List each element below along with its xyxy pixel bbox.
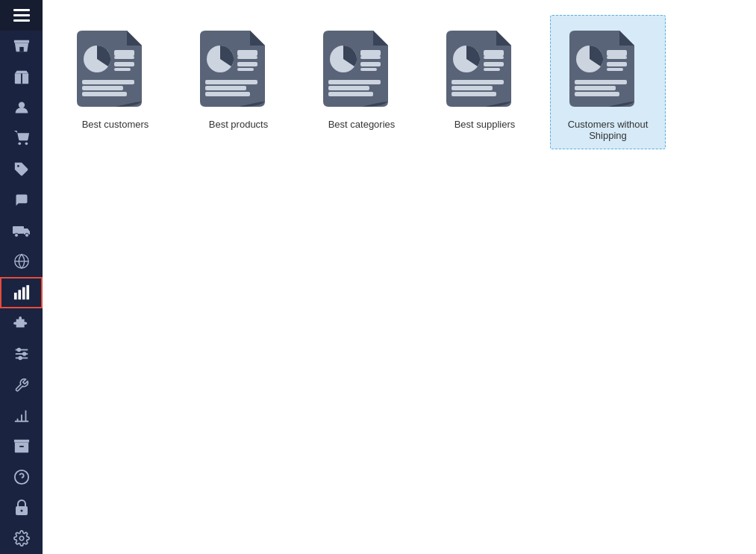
sidebar-item-parameters[interactable]	[0, 339, 43, 370]
report-icon-wrapper-best-suppliers	[440, 23, 530, 113]
svg-rect-45	[237, 50, 257, 56]
report-item-best-categories[interactable]: Best categories	[304, 15, 419, 149]
report-label-best-categories: Best categories	[328, 119, 396, 130]
svg-rect-66	[452, 86, 493, 90]
report-item-best-suppliers[interactable]: Best suppliers	[427, 15, 543, 149]
svg-rect-0	[13, 9, 30, 11]
report-icon-best-categories	[317, 23, 399, 113]
report-icon-best-products	[194, 23, 276, 113]
report-icon-wrapper-best-categories	[317, 23, 407, 113]
report-icon-best-customers	[71, 23, 153, 113]
svg-rect-16	[18, 290, 21, 299]
svg-point-6	[18, 102, 24, 108]
svg-rect-10	[13, 226, 24, 234]
svg-rect-69	[607, 50, 627, 56]
sidebar-item-stock[interactable]	[0, 431, 43, 461]
report-item-customers-without-shipping[interactable]: Customers without Shipping	[550, 15, 666, 149]
svg-rect-53	[360, 50, 381, 56]
svg-rect-57	[328, 80, 381, 84]
svg-rect-2	[13, 19, 30, 22]
svg-rect-74	[575, 86, 616, 90]
sidebar-item-hamburger[interactable]	[0, 0, 43, 31]
svg-rect-61	[484, 50, 504, 56]
report-icon-wrapper-best-customers	[71, 23, 160, 113]
svg-rect-3	[19, 47, 24, 52]
svg-point-35	[19, 537, 24, 541]
svg-rect-58	[328, 86, 369, 90]
report-icon-customers-without-shipping	[563, 23, 646, 113]
sidebar-item-advanced[interactable]	[0, 370, 43, 400]
svg-rect-43	[82, 92, 127, 96]
svg-rect-63	[484, 62, 504, 66]
sidebar-item-modules[interactable]	[0, 308, 43, 339]
svg-rect-46	[237, 56, 257, 59]
svg-rect-40	[114, 68, 131, 71]
sidebar	[0, 0, 43, 554]
report-label-best-products: Best products	[209, 119, 269, 130]
sidebar-item-orders[interactable]	[0, 61, 43, 92]
svg-rect-59	[328, 92, 373, 96]
svg-rect-55	[360, 62, 381, 66]
sidebar-item-catalog[interactable]	[0, 123, 43, 154]
sidebar-item-international[interactable]	[0, 246, 43, 277]
sidebar-item-messages[interactable]	[0, 184, 43, 215]
svg-rect-72	[607, 68, 623, 71]
svg-rect-65	[452, 80, 504, 84]
svg-rect-38	[114, 56, 134, 59]
report-grid: Best customersBest productsBest categori…	[57, 15, 741, 149]
svg-rect-37	[114, 50, 134, 56]
svg-point-24	[19, 357, 22, 360]
report-icon-wrapper-best-products	[194, 23, 284, 113]
svg-rect-48	[237, 68, 254, 71]
main-content: Best customersBest productsBest categori…	[43, 0, 756, 554]
svg-rect-64	[484, 68, 500, 71]
svg-rect-17	[22, 287, 25, 299]
svg-point-12	[25, 233, 28, 237]
sidebar-item-reporting[interactable]	[0, 400, 43, 431]
sidebar-item-promotions[interactable]	[0, 154, 43, 184]
svg-point-8	[25, 143, 28, 146]
report-label-best-customers: Best customers	[82, 119, 149, 130]
svg-point-34	[20, 510, 22, 512]
svg-rect-41	[82, 80, 134, 84]
sidebar-item-help[interactable]	[0, 462, 43, 493]
svg-rect-18	[26, 285, 29, 299]
svg-rect-39	[114, 62, 134, 66]
sidebar-item-store[interactable]	[0, 31, 43, 61]
svg-rect-56	[360, 68, 377, 71]
report-icon-best-suppliers	[440, 23, 522, 113]
report-item-best-products[interactable]: Best products	[181, 15, 296, 149]
svg-rect-70	[607, 56, 627, 59]
svg-rect-49	[205, 80, 257, 84]
svg-rect-42	[82, 86, 123, 90]
svg-rect-29	[14, 442, 28, 452]
sidebar-item-customers[interactable]	[0, 93, 43, 123]
sidebar-item-config[interactable]	[0, 523, 43, 554]
svg-rect-51	[205, 92, 250, 96]
svg-rect-73	[575, 80, 627, 84]
svg-rect-75	[575, 92, 619, 96]
svg-rect-62	[484, 56, 504, 59]
svg-point-7	[18, 143, 21, 146]
svg-rect-1	[13, 14, 30, 16]
svg-rect-15	[13, 293, 16, 299]
svg-rect-47	[237, 62, 257, 66]
report-item-best-customers[interactable]: Best customers	[57, 15, 173, 149]
svg-rect-50	[205, 86, 246, 90]
sidebar-item-shipping[interactable]	[0, 215, 43, 246]
sidebar-item-stats[interactable]	[0, 277, 43, 308]
svg-point-23	[22, 353, 25, 356]
svg-point-9	[17, 165, 19, 167]
report-icon-wrapper-customers-without-shipping	[563, 23, 653, 113]
svg-rect-71	[607, 62, 627, 66]
svg-rect-54	[360, 56, 381, 59]
svg-point-22	[17, 349, 20, 352]
svg-point-11	[14, 233, 18, 237]
svg-rect-67	[452, 92, 496, 96]
report-label-customers-without-shipping: Customers without Shipping	[558, 119, 657, 141]
report-label-best-suppliers: Best suppliers	[454, 119, 516, 130]
sidebar-item-security[interactable]	[0, 493, 43, 523]
